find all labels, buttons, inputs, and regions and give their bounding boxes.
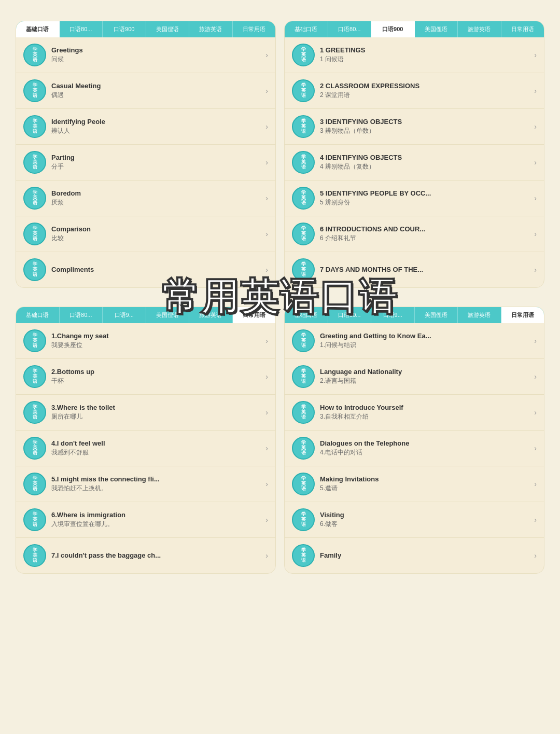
tab-travel[interactable]: 旅游英语: [189, 21, 233, 37]
list-item[interactable]: 学英语 3.Where is the toilet 厕所在哪儿 ›: [16, 395, 275, 431]
list-item[interactable]: 学英语 Making Invitations 5.邀请 ›: [285, 466, 544, 502]
tab-900-bl[interactable]: 口语9...: [103, 307, 146, 323]
tab-jichu-bl[interactable]: 基础口语: [16, 307, 60, 323]
avatar: 学英语: [23, 44, 46, 66]
tab-900-r[interactable]: 口语900: [371, 21, 415, 37]
tab-slang[interactable]: 美国俚语: [146, 21, 190, 37]
top-left-tabs: 基础口语 口语80... 口语900 美国俚语 旅游英语 日常用语: [16, 21, 275, 37]
chevron-icon: ›: [265, 408, 268, 417]
tab-daily-r[interactable]: 日常用语: [501, 21, 544, 37]
chevron-icon: ›: [534, 480, 537, 488]
tab-80-br[interactable]: 口语80...: [328, 307, 372, 323]
tab-daily[interactable]: 日常用语: [233, 21, 276, 37]
bottom-right-tabs: 基础口语 口语80... 口语9... 美国俚语 旅游英语 日常用语: [285, 307, 544, 323]
list-item[interactable]: 学英语 7 DAYS AND MONTHS OF THE... ›: [285, 252, 544, 287]
avatar: 学英语: [23, 473, 46, 495]
avatar: 学英语: [292, 151, 315, 174]
tab-jichu-br[interactable]: 基础口语: [285, 307, 328, 323]
list-item[interactable]: 学英语 Casual Meeting 偶遇 ›: [16, 73, 275, 109]
list-item[interactable]: 学英语 Boredom 厌烦 ›: [16, 181, 275, 216]
chevron-icon: ›: [534, 444, 537, 452]
chevron-icon: ›: [265, 444, 268, 452]
bottom-left-tabs: 基础口语 口语80... 口语9... 美国俚语 旅游英语 日常用语: [16, 307, 275, 323]
list-item[interactable]: 学英语 Language and Nationality 2.语言与国籍 ›: [285, 359, 544, 395]
list-item[interactable]: 学英语 6.Where is immigration 入境审查位置在哪儿。 ›: [16, 502, 275, 538]
avatar: 学英语: [292, 44, 315, 66]
avatar: 学英语: [23, 115, 46, 138]
avatar: 学英语: [292, 544, 315, 567]
list-item[interactable]: 学英语 Compliments ›: [16, 252, 275, 287]
list-item[interactable]: 学英语 5.I might miss the connecting fli...…: [16, 466, 275, 502]
tab-jichu-r[interactable]: 基础口语: [285, 21, 328, 37]
list-item[interactable]: 学英语 1.Change my seat 我要换座位 ›: [16, 323, 275, 359]
avatar: 学英语: [292, 365, 315, 388]
tab-slang-br[interactable]: 美国俚语: [415, 307, 458, 323]
chevron-icon: ›: [265, 516, 268, 524]
list-item[interactable]: 学英语 Comparison 比较 ›: [16, 216, 275, 252]
bottom-left-panel: 基础口语 口语80... 口语9... 美国俚语 旅游英语 日常用语 学英语 1…: [16, 307, 276, 574]
list-item[interactable]: 学英语 Family ›: [285, 538, 544, 573]
avatar: 学英语: [23, 258, 46, 281]
chevron-icon: ›: [265, 337, 268, 345]
list-item[interactable]: 学英语 5 IDENTIFYING PEOPLE BY OCC... 5 辨别身…: [285, 181, 544, 216]
chevron-icon: ›: [265, 51, 268, 59]
avatar: 学英语: [23, 151, 46, 174]
tab-80[interactable]: 口语80...: [60, 21, 103, 37]
list-item[interactable]: 学英语 Greeting and Getting to Know Ea... 1…: [285, 323, 544, 359]
bottom-row: 基础口语 口语80... 口语9... 美国俚语 旅游英语 日常用语 学英语 1…: [16, 307, 544, 574]
avatar: 学英语: [292, 401, 315, 424]
list-item[interactable]: 学英语 Visiting 6.做客 ›: [285, 502, 544, 538]
avatar: 学英语: [292, 437, 315, 460]
tab-travel-br[interactable]: 旅游英语: [458, 307, 501, 323]
tab-900-br[interactable]: 口语9...: [371, 307, 415, 323]
avatar: 学英语: [292, 329, 315, 352]
list-item[interactable]: 学英语 7.I couldn't pass the baggage ch... …: [16, 538, 275, 573]
chevron-icon: ›: [534, 408, 537, 417]
list-item[interactable]: 学英语 6 INTRODUCTIONS AND COUR... 6 介绍和礼节 …: [285, 216, 544, 252]
chevron-icon: ›: [534, 51, 537, 59]
chevron-icon: ›: [534, 122, 537, 131]
tab-travel-bl[interactable]: 旅游英语: [189, 307, 233, 323]
avatar: 学英语: [23, 79, 46, 102]
chevron-icon: ›: [534, 372, 537, 381]
chevron-icon: ›: [534, 87, 537, 95]
tab-slang-r[interactable]: 美国俚语: [415, 21, 458, 37]
avatar: 学英语: [292, 508, 315, 531]
tab-slang-bl[interactable]: 美国俚语: [146, 307, 190, 323]
chevron-icon: ›: [534, 158, 537, 167]
top-right-panel: 基础口语 口语80... 口语900 美国俚语 旅游英语 日常用语 学英语 1 …: [284, 21, 544, 288]
chevron-icon: ›: [534, 194, 537, 202]
avatar: 学英语: [292, 258, 315, 281]
list-item[interactable]: 学英语 4 IDENTIFYING OBJECTS 4 辨别物品（复数） ›: [285, 145, 544, 181]
chevron-icon: ›: [265, 158, 268, 167]
list-item[interactable]: 学英语 2.Bottoms up 干杯 ›: [16, 359, 275, 395]
bottom-right-panel: 基础口语 口语80... 口语9... 美国俚语 旅游英语 日常用语 学英语 G…: [284, 307, 544, 574]
avatar: 学英语: [23, 401, 46, 424]
chevron-icon: ›: [534, 230, 537, 238]
chevron-icon: ›: [534, 516, 537, 524]
avatar: 学英语: [23, 437, 46, 460]
tab-900[interactable]: 口语900: [103, 21, 146, 37]
avatar: 学英语: [292, 473, 315, 495]
list-item[interactable]: 学英语 1 GREETINGS 1 问候语 ›: [285, 37, 544, 73]
list-item[interactable]: 学英语 How to Introduce Yourself 3.自我和相互介绍 …: [285, 395, 544, 431]
list-item[interactable]: 学英语 Parting 分手 ›: [16, 145, 275, 181]
tab-daily-br[interactable]: 日常用语: [501, 307, 544, 323]
list-item[interactable]: 学英语 4.I don't feel well 我感到不舒服 ›: [16, 431, 275, 466]
chevron-icon: ›: [265, 551, 268, 560]
tab-80-r[interactable]: 口语80...: [328, 21, 372, 37]
avatar: 学英语: [23, 187, 46, 210]
list-item[interactable]: 学英语 Identifying Peole 辨认人 ›: [16, 109, 275, 145]
list-item[interactable]: 学英语 Greetings 问候 ›: [16, 37, 275, 73]
tab-travel-r[interactable]: 旅游英语: [458, 21, 501, 37]
list-item[interactable]: 学英语 Dialogues on the Telephone 4.电话中的对话 …: [285, 431, 544, 466]
tab-80-bl[interactable]: 口语80...: [60, 307, 103, 323]
list-item[interactable]: 学英语 2 CLASSROOM EXPRESSIONS 2 课堂用语 ›: [285, 73, 544, 109]
tab-daily-bl[interactable]: 日常用语: [233, 307, 276, 323]
list-item[interactable]: 学英语 3 IDENTIFYING OBJECTS 3 辨别物品（单数） ›: [285, 109, 544, 145]
chevron-icon: ›: [265, 194, 268, 202]
avatar: 学英语: [292, 223, 315, 245]
tab-jichu[interactable]: 基础口语: [16, 21, 60, 37]
chevron-icon: ›: [265, 87, 268, 95]
top-right-tabs: 基础口语 口语80... 口语900 美国俚语 旅游英语 日常用语: [285, 21, 544, 37]
